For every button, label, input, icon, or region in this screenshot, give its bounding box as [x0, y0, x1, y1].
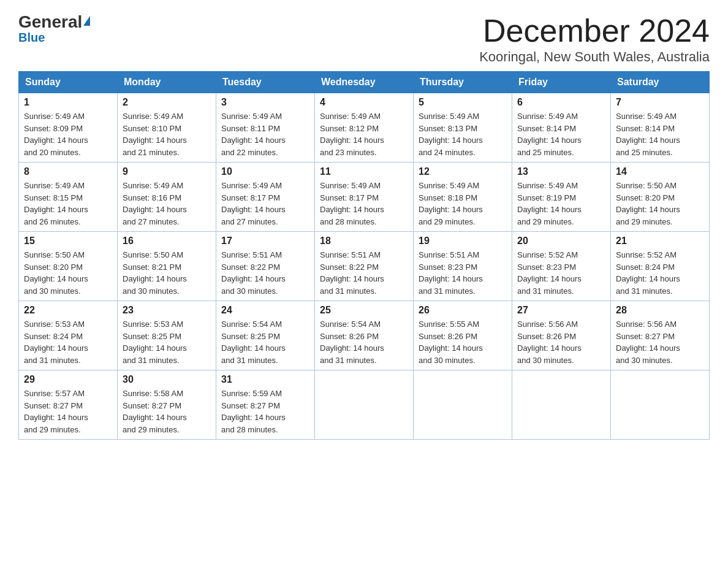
- day-number: 12: [419, 166, 507, 177]
- day-number: 8: [24, 166, 112, 177]
- day-cell-1: 1Sunrise: 5:49 AMSunset: 8:09 PMDaylight…: [19, 93, 118, 163]
- day-info: Sunrise: 5:49 AMSunset: 8:10 PMDaylight:…: [123, 110, 211, 158]
- day-number: 30: [123, 374, 211, 385]
- day-cell-22: 22Sunrise: 5:53 AMSunset: 8:24 PMDayligh…: [19, 301, 118, 370]
- page-title: December 2024: [479, 12, 710, 49]
- day-cell-20: 20Sunrise: 5:52 AMSunset: 8:23 PMDayligh…: [512, 232, 611, 301]
- day-info: Sunrise: 5:56 AMSunset: 8:26 PMDaylight:…: [517, 318, 605, 366]
- day-cell-12: 12Sunrise: 5:49 AMSunset: 8:18 PMDayligh…: [414, 163, 512, 232]
- day-info: Sunrise: 5:49 AMSunset: 8:13 PMDaylight:…: [419, 110, 507, 158]
- day-number: 13: [517, 166, 605, 177]
- day-info: Sunrise: 5:57 AMSunset: 8:27 PMDaylight:…: [24, 388, 112, 435]
- day-number: 9: [123, 166, 211, 177]
- day-info: Sunrise: 5:52 AMSunset: 8:24 PMDaylight:…: [616, 249, 704, 297]
- week-row-1: 8Sunrise: 5:49 AMSunset: 8:15 PMDaylight…: [19, 163, 710, 232]
- day-cell-13: 13Sunrise: 5:49 AMSunset: 8:19 PMDayligh…: [512, 163, 611, 232]
- day-cell-30: 30Sunrise: 5:58 AMSunset: 8:27 PMDayligh…: [118, 370, 216, 440]
- day-info: Sunrise: 5:49 AMSunset: 8:17 PMDaylight:…: [221, 180, 309, 228]
- day-info: Sunrise: 5:50 AMSunset: 8:21 PMDaylight:…: [123, 249, 211, 297]
- logo-arrow-icon: [83, 16, 90, 26]
- week-row-3: 22Sunrise: 5:53 AMSunset: 8:24 PMDayligh…: [19, 301, 710, 370]
- header-day-tuesday: Tuesday: [216, 72, 315, 93]
- header-day-friday: Friday: [512, 72, 611, 93]
- page-subtitle: Kooringal, New South Wales, Australia: [479, 49, 710, 65]
- day-info: Sunrise: 5:49 AMSunset: 8:12 PMDaylight:…: [320, 110, 408, 158]
- day-cell-18: 18Sunrise: 5:51 AMSunset: 8:22 PMDayligh…: [315, 232, 414, 301]
- day-cell-14: 14Sunrise: 5:50 AMSunset: 8:20 PMDayligh…: [611, 163, 710, 232]
- week-row-0: 1Sunrise: 5:49 AMSunset: 8:09 PMDaylight…: [19, 93, 710, 163]
- week-row-4: 29Sunrise: 5:57 AMSunset: 8:27 PMDayligh…: [19, 370, 710, 440]
- header-row: SundayMondayTuesdayWednesdayThursdayFrid…: [19, 72, 710, 93]
- day-info: Sunrise: 5:49 AMSunset: 8:15 PMDaylight:…: [24, 180, 112, 228]
- day-number: 1: [24, 97, 112, 108]
- calendar-header: SundayMondayTuesdayWednesdayThursdayFrid…: [19, 72, 710, 93]
- day-info: Sunrise: 5:51 AMSunset: 8:23 PMDaylight:…: [419, 249, 507, 297]
- day-info: Sunrise: 5:49 AMSunset: 8:14 PMDaylight:…: [517, 110, 605, 158]
- logo-blue-text: Blue: [18, 31, 45, 45]
- day-info: Sunrise: 5:53 AMSunset: 8:24 PMDaylight:…: [24, 318, 112, 366]
- day-cell-25: 25Sunrise: 5:54 AMSunset: 8:26 PMDayligh…: [315, 301, 414, 370]
- day-number: 18: [320, 236, 408, 247]
- empty-cell: [315, 370, 414, 440]
- day-cell-28: 28Sunrise: 5:56 AMSunset: 8:27 PMDayligh…: [611, 301, 710, 370]
- day-cell-31: 31Sunrise: 5:59 AMSunset: 8:27 PMDayligh…: [216, 370, 315, 440]
- day-number: 5: [419, 97, 507, 108]
- day-info: Sunrise: 5:56 AMSunset: 8:27 PMDaylight:…: [616, 318, 704, 366]
- day-info: Sunrise: 5:49 AMSunset: 8:16 PMDaylight:…: [123, 180, 211, 228]
- day-cell-16: 16Sunrise: 5:50 AMSunset: 8:21 PMDayligh…: [118, 232, 216, 301]
- header-day-sunday: Sunday: [19, 72, 118, 93]
- header-day-thursday: Thursday: [414, 72, 512, 93]
- day-number: 6: [517, 97, 605, 108]
- day-number: 26: [419, 305, 507, 316]
- day-cell-7: 7Sunrise: 5:49 AMSunset: 8:14 PMDaylight…: [611, 93, 710, 163]
- day-cell-26: 26Sunrise: 5:55 AMSunset: 8:26 PMDayligh…: [414, 301, 512, 370]
- day-cell-8: 8Sunrise: 5:49 AMSunset: 8:15 PMDaylight…: [19, 163, 118, 232]
- day-info: Sunrise: 5:49 AMSunset: 8:17 PMDaylight:…: [320, 180, 408, 228]
- day-number: 15: [24, 236, 112, 247]
- empty-cell: [414, 370, 512, 440]
- day-number: 21: [616, 236, 704, 247]
- logo: General Blue: [18, 12, 90, 45]
- day-number: 2: [123, 97, 211, 108]
- day-cell-27: 27Sunrise: 5:56 AMSunset: 8:26 PMDayligh…: [512, 301, 611, 370]
- header-day-wednesday: Wednesday: [315, 72, 414, 93]
- day-info: Sunrise: 5:55 AMSunset: 8:26 PMDaylight:…: [419, 318, 507, 366]
- day-info: Sunrise: 5:58 AMSunset: 8:27 PMDaylight:…: [123, 388, 211, 435]
- day-cell-23: 23Sunrise: 5:53 AMSunset: 8:25 PMDayligh…: [118, 301, 216, 370]
- day-cell-4: 4Sunrise: 5:49 AMSunset: 8:12 PMDaylight…: [315, 93, 414, 163]
- day-number: 7: [616, 97, 704, 108]
- page-header: General Blue December 2024 Kooringal, Ne…: [18, 12, 710, 65]
- day-number: 25: [320, 305, 408, 316]
- day-info: Sunrise: 5:51 AMSunset: 8:22 PMDaylight:…: [221, 249, 309, 297]
- week-row-2: 15Sunrise: 5:50 AMSunset: 8:20 PMDayligh…: [19, 232, 710, 301]
- day-cell-9: 9Sunrise: 5:49 AMSunset: 8:16 PMDaylight…: [118, 163, 216, 232]
- day-info: Sunrise: 5:54 AMSunset: 8:26 PMDaylight:…: [320, 318, 408, 366]
- day-number: 22: [24, 305, 112, 316]
- day-info: Sunrise: 5:49 AMSunset: 8:18 PMDaylight:…: [419, 180, 507, 228]
- day-info: Sunrise: 5:49 AMSunset: 8:11 PMDaylight:…: [221, 110, 309, 158]
- day-number: 20: [517, 236, 605, 247]
- day-number: 23: [123, 305, 211, 316]
- day-number: 3: [221, 97, 309, 108]
- header-day-monday: Monday: [118, 72, 216, 93]
- day-cell-2: 2Sunrise: 5:49 AMSunset: 8:10 PMDaylight…: [118, 93, 216, 163]
- day-number: 4: [320, 97, 408, 108]
- day-info: Sunrise: 5:49 AMSunset: 8:09 PMDaylight:…: [24, 110, 112, 158]
- day-number: 14: [616, 166, 704, 177]
- day-cell-19: 19Sunrise: 5:51 AMSunset: 8:23 PMDayligh…: [414, 232, 512, 301]
- day-number: 11: [320, 166, 408, 177]
- day-info: Sunrise: 5:50 AMSunset: 8:20 PMDaylight:…: [616, 180, 704, 228]
- day-cell-5: 5Sunrise: 5:49 AMSunset: 8:13 PMDaylight…: [414, 93, 512, 163]
- logo-general-text: General: [18, 12, 82, 32]
- day-info: Sunrise: 5:52 AMSunset: 8:23 PMDaylight:…: [517, 249, 605, 297]
- calendar-body: 1Sunrise: 5:49 AMSunset: 8:09 PMDaylight…: [19, 93, 710, 440]
- title-block: December 2024 Kooringal, New South Wales…: [479, 12, 710, 65]
- day-cell-29: 29Sunrise: 5:57 AMSunset: 8:27 PMDayligh…: [19, 370, 118, 440]
- day-info: Sunrise: 5:49 AMSunset: 8:19 PMDaylight:…: [517, 180, 605, 228]
- day-number: 29: [24, 374, 112, 385]
- day-cell-3: 3Sunrise: 5:49 AMSunset: 8:11 PMDaylight…: [216, 93, 315, 163]
- calendar-table: SundayMondayTuesdayWednesdayThursdayFrid…: [18, 71, 710, 440]
- day-cell-24: 24Sunrise: 5:54 AMSunset: 8:25 PMDayligh…: [216, 301, 315, 370]
- day-info: Sunrise: 5:51 AMSunset: 8:22 PMDaylight:…: [320, 249, 408, 297]
- day-number: 28: [616, 305, 704, 316]
